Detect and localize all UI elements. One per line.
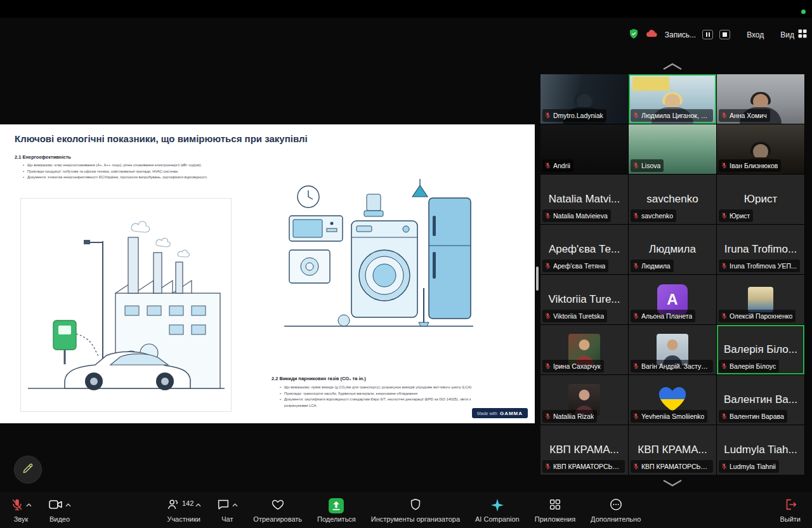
participant-name-label: Ludmyla Tiahnii — [719, 460, 779, 473]
meeting-toolbar: ЗвукВидео 142УчастникиЧатОтреагироватьПо… — [0, 492, 812, 528]
participant-tile[interactable]: Людмила Циганок, п... — [629, 74, 716, 124]
badge-brand: GAMMA — [500, 411, 523, 416]
toolbar-center-group: 142УчастникиЧатОтреагироватьПоделитьсяИн… — [166, 498, 641, 523]
camera-icon — [48, 498, 63, 514]
slide-section-1-heading: 2.1 Енергоефективність — [15, 154, 71, 160]
participant-tile[interactable]: Валентин Ва...Валентин Варава — [717, 375, 804, 425]
view-button-label: Вид — [780, 30, 794, 39]
muted-mic-icon — [632, 110, 639, 121]
participant-name-label: Іван Близнюков — [719, 159, 781, 172]
participant-tile[interactable]: Yevheniia Smoliienko — [629, 375, 716, 425]
security-shield-icon[interactable] — [628, 28, 639, 41]
participant-name-label: Людмила Циганок, п... — [631, 109, 713, 122]
toolbar-participants-button[interactable]: 142Участники — [166, 498, 201, 523]
chevron-up-icon[interactable] — [26, 498, 32, 510]
annotate-button[interactable] — [14, 456, 42, 484]
toolbar-share-label: Поделиться — [317, 515, 356, 523]
muted-mic-icon — [544, 210, 551, 221]
participant-name-label: Natalia Matvieieva — [542, 209, 611, 222]
gallery-scroll-down-chevron[interactable] — [658, 477, 686, 489]
toolbar-leave-button[interactable]: Выйти — [780, 498, 801, 523]
toolbar-chat-button[interactable]: Чат — [216, 498, 238, 523]
participants-gallery: Dmytro.LadyniakЛюдмила Циганок, п...Анна… — [540, 74, 805, 475]
shield-icon — [409, 498, 422, 514]
muted-mic-icon — [721, 360, 728, 372]
more-icon — [609, 498, 623, 514]
slide-title: Ключові екологічні показники, що вимірюю… — [15, 133, 308, 144]
participant-tile[interactable]: КВП КРАМА...КВП КРАМАТОРСЬК... — [629, 425, 716, 475]
factory-ev-illustration — [20, 198, 232, 414]
participant-tile[interactable]: Олексій Парохненко — [717, 275, 804, 324]
toolbar-ai-companion-button[interactable]: AI Companion — [475, 498, 520, 523]
participant-name-label: Валентин Варава — [719, 410, 787, 423]
participant-name-label: КВП КРАМАТОРСЬК... — [542, 460, 625, 473]
muted-mic-icon — [632, 160, 639, 171]
participant-name-label: Людмила — [631, 260, 674, 272]
participant-tile[interactable]: Viktoriia Ture...Viktoriia Turetska — [540, 275, 628, 324]
toolbar-participants-label: Участники — [167, 515, 200, 523]
view-button[interactable]: Вид — [780, 29, 807, 40]
participant-name-label: Вагін Андрій. Заступ... — [631, 360, 713, 373]
toolbar-react-button[interactable]: Отреагировать — [253, 498, 302, 523]
participant-tile[interactable]: Анна Хомич — [717, 74, 804, 124]
login-button[interactable]: Вход — [747, 30, 764, 39]
toolbar-left-group: ЗвукВидео — [10, 498, 71, 523]
participant-name-label: Iruna Trofimova УЕП... — [719, 260, 800, 272]
participant-tile[interactable]: Natalia Matvi...Natalia Matvieieva — [540, 175, 628, 224]
participant-tile[interactable]: savchenkosavchenko — [629, 175, 716, 224]
recording-cloud-icon — [646, 29, 658, 40]
participant-tile[interactable]: Ареф'єва Те...Ареф'єва Тетяна — [540, 225, 628, 274]
toolbar-apps-button[interactable]: Приложения — [535, 498, 575, 523]
pencil-icon — [22, 462, 34, 477]
made-with-gamma-badge[interactable]: Made with GAMMA — [472, 408, 528, 418]
muted-mic-icon — [721, 110, 728, 121]
participant-tile[interactable]: Nataliia Rizak — [540, 375, 628, 425]
chevron-up-icon[interactable] — [195, 498, 201, 510]
meeting-topbar: Запись... Вход Вид — [628, 28, 807, 41]
chevron-up-icon[interactable] — [65, 498, 71, 510]
muted-mic-icon — [544, 411, 551, 422]
apps-icon — [548, 498, 562, 514]
toolbar-audio-label: Звук — [14, 515, 29, 523]
muted-mic-icon — [544, 310, 551, 322]
muted-mic-icon — [721, 260, 728, 272]
grid-view-icon — [798, 29, 807, 40]
toolbar-more-label: Дополнительно — [591, 515, 641, 523]
slide-bullet: Приклади: транспортні засоби, будівельні… — [280, 391, 489, 397]
participant-tile[interactable]: Ludmyla Tiah...Ludmyla Tiahnii — [717, 425, 804, 475]
participant-tile[interactable]: ЛюдмилаЛюдмила — [629, 225, 716, 274]
participant-name-label: Олексій Парохненко — [719, 310, 796, 322]
gallery-scroll-up-chevron[interactable] — [658, 61, 686, 72]
participant-tile[interactable]: Вагін Андрій. Заступ... — [629, 325, 716, 374]
slide-bullet: Що вимірюємо: прямі викиди (g CO₂/км для… — [280, 385, 489, 391]
participant-tile[interactable]: Іван Близнюков — [717, 124, 804, 174]
participant-tile[interactable]: AАльона Планета — [629, 275, 716, 324]
participant-tile[interactable]: Валерія Біло...Валерія Білоус — [717, 325, 804, 374]
participant-tile[interactable]: Andrii — [540, 124, 628, 174]
toolbar-video-button[interactable]: Видео — [48, 498, 71, 523]
micmuted-icon — [10, 498, 24, 514]
muted-mic-icon — [632, 310, 639, 322]
toolbar-more-button[interactable]: Дополнительно — [591, 498, 641, 523]
pause-recording-button[interactable] — [702, 30, 713, 39]
slide-section-2-bullets: Що вимірюємо: прямі викиди (g CO₂/км для… — [280, 385, 489, 409]
participant-tile[interactable]: Lisova — [629, 124, 716, 174]
stop-recording-button[interactable] — [719, 30, 730, 39]
toolbar-chat-label: Чат — [221, 515, 233, 523]
crest-avatar — [748, 287, 773, 312]
participant-tile[interactable]: ЮристЮрист — [717, 175, 804, 224]
muted-mic-icon — [632, 411, 639, 422]
toolbar-host-tools-button[interactable]: Инструменты организатора — [371, 498, 460, 523]
muted-mic-icon — [632, 360, 639, 372]
toolbar-audio-button[interactable]: Звук — [10, 498, 32, 523]
participant-tile[interactable]: Iruna Trofimo...Iruna Trofimova УЕП... — [717, 225, 804, 274]
participant-name-label: savchenko — [631, 209, 676, 222]
toolbar-leave-label: Выйти — [780, 515, 801, 523]
toolbar-share-button[interactable]: Поделиться — [317, 498, 356, 523]
participant-tile[interactable]: КВП КРАМА...КВП КРАМАТОРСЬК... — [540, 425, 628, 475]
participant-tile[interactable]: Dmytro.Ladyniak — [540, 74, 628, 124]
participant-tile[interactable]: Ірина Сахарчук — [540, 325, 628, 374]
chevron-up-icon[interactable] — [232, 498, 238, 510]
chat-icon — [216, 498, 230, 514]
slide-scrollbar[interactable] — [536, 267, 539, 291]
